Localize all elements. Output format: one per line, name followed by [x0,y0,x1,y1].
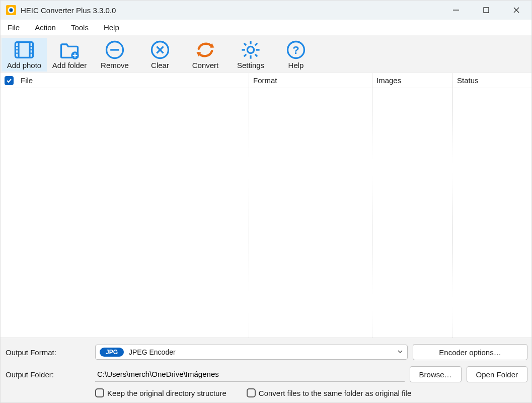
encoder-options-button[interactable]: Encoder options… [413,344,527,360]
maximize-button[interactable] [471,1,501,20]
svg-rect-5 [484,8,489,13]
format-badge: JPG [100,348,124,357]
svg-line-34 [255,43,257,45]
toolbar-label: Add photo [7,61,41,70]
remove-button[interactable]: Remove [92,38,137,72]
toolbar-label: Help [288,61,304,70]
open-folder-button[interactable]: Open Folder [467,366,527,382]
svg-point-3 [11,10,12,11]
file-list[interactable] [1,88,531,338]
svg-text:?: ? [292,44,299,56]
svg-line-33 [255,54,257,56]
help-button[interactable]: ? Help [273,38,319,72]
output-folder-label: Output Folder: [5,370,90,379]
col-images[interactable]: Images [376,76,401,85]
table-header: File Format Images Status [1,73,531,88]
settings-button[interactable]: Settings [228,38,273,72]
question-circle-icon: ? [285,39,307,61]
toolbar-label: Convert [192,61,219,70]
output-format-dropdown[interactable]: JPG JPEG Encoder [95,345,408,360]
col-status[interactable]: Status [457,76,479,85]
output-folder-input[interactable] [95,367,405,382]
same-folder-checkbox[interactable] [247,388,256,397]
minus-circle-icon [104,39,126,61]
x-circle-icon [149,39,171,61]
bottom-panel: Output Format: JPG JPEG Encoder Encoder … [1,338,531,402]
toolbar-label: Add folder [52,61,87,70]
convert-button[interactable]: Convert [183,38,228,72]
toolbar-label: Remove [101,61,129,70]
minimize-button[interactable] [441,1,471,20]
col-file[interactable]: File [21,76,33,85]
select-all-checkbox[interactable] [5,76,14,85]
svg-line-32 [244,43,246,45]
toolbar-label: Settings [237,61,264,70]
col-format[interactable]: Format [253,76,277,85]
toolbar-label: Clear [151,61,169,70]
app-icon [6,5,17,16]
menubar: File Action Tools Help [1,20,531,36]
titlebar: HEIC Converter Plus 3.3.0.0 [1,1,531,20]
svg-line-35 [244,54,246,56]
refresh-icon [194,39,216,61]
film-icon [13,39,35,61]
add-photo-button[interactable]: Add photo [2,38,47,72]
same-folder-label: Convert files to the same folder as orig… [259,389,411,397]
menu-action[interactable]: Action [33,21,58,34]
svg-point-27 [247,46,254,53]
folder-plus-icon [58,39,81,61]
keep-structure-checkbox[interactable] [95,388,104,397]
toolbar: Add photo Add folder Remove Clear Conver… [1,36,531,73]
add-folder-button[interactable]: Add folder [47,38,92,72]
window-title: HEIC Converter Plus 3.3.0.0 [21,6,116,15]
browse-button[interactable]: Browse… [410,366,462,382]
output-format-label: Output Format: [5,348,90,357]
menu-file[interactable]: File [6,21,22,34]
format-text: JPEG Encoder [129,348,176,356]
close-button[interactable] [501,1,531,20]
clear-button[interactable]: Clear [137,38,183,72]
menu-help[interactable]: Help [102,21,121,34]
keep-structure-label: Keep the original directory structure [107,389,226,397]
chevron-down-icon [397,348,403,356]
gear-icon [240,39,262,61]
menu-tools[interactable]: Tools [69,21,91,34]
